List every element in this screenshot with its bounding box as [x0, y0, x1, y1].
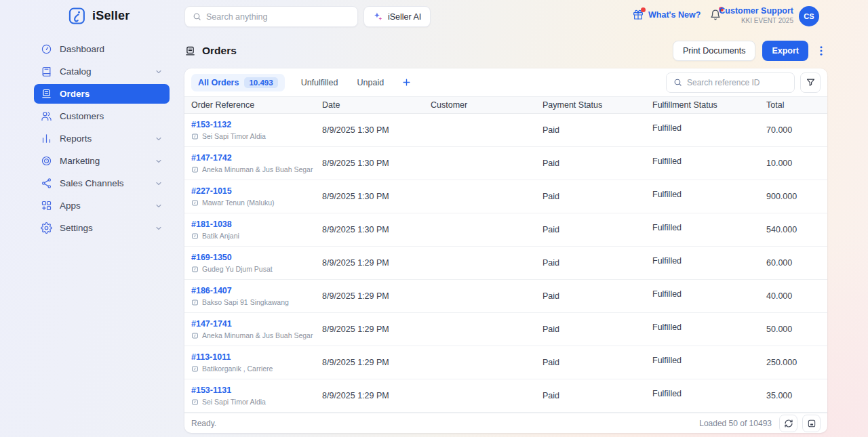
status-text: Ready. [191, 419, 216, 428]
order-reference-link[interactable]: #169-1350 [191, 253, 232, 262]
add-tab-button[interactable] [401, 77, 412, 87]
table-row[interactable]: #113-1011Batikorganik , Carriere8/9/2025… [184, 346, 827, 379]
customers-icon [41, 110, 52, 122]
reference-search-input[interactable] [687, 78, 787, 87]
orders-card: All Orders10.493UnfulfilledUnpaid Order … [184, 68, 827, 433]
order-source-label: Aneka Minuman & Jus Buah Segar [202, 331, 313, 339]
order-reference-cell: #186-1407Bakso Sapi 91 Singkawang [191, 286, 322, 306]
order-source-label: Batik Anjani [202, 232, 239, 240]
tab-count-badge: 10.493 [244, 77, 277, 88]
iseller-logo[interactable]: iSeller [68, 7, 130, 25]
sidebar-item-dashboard[interactable]: Dashboard [34, 39, 170, 59]
sidebar-item-label: Orders [60, 89, 90, 99]
order-reference-cell: #113-1011Batikorganik , Carriere [191, 352, 322, 373]
export-button[interactable]: Export [762, 41, 808, 61]
sidebar-item-catalog[interactable]: Catalog [34, 62, 170, 81]
order-reference-link[interactable]: #186-1407 [191, 286, 232, 295]
table-header: Order ReferenceDateCustomerPayment Statu… [184, 96, 827, 114]
payment-status-cell: Paid [542, 225, 652, 234]
settings-icon [41, 222, 52, 234]
chevron-down-icon [155, 68, 163, 76]
print-documents-button[interactable]: Print Documents [673, 41, 755, 61]
table-row[interactable]: #181-1038Batik Anjani8/9/2025 1:30 PMPai… [184, 213, 827, 247]
order-source: Sei Sapi Timor Aldia [191, 132, 322, 140]
column-header-date: Date [322, 100, 431, 110]
sidebar-item-apps[interactable]: Apps [34, 196, 170, 215]
tab-label: All Orders [198, 78, 239, 87]
order-reference-link[interactable]: #147-1741 [191, 319, 232, 329]
top-bar: iSeller iSeller AI What's New? Customer … [0, 0, 868, 33]
fulfillment-cell: Fulfilled [652, 322, 766, 332]
global-search-input[interactable] [206, 12, 350, 22]
table-row[interactable]: #147-1741Aneka Minuman & Jus Buah Segar8… [184, 313, 827, 346]
table-row[interactable]: #186-1407Bakso Sapi 91 Singkawang8/9/202… [184, 280, 827, 313]
order-source-label: Aneka Minuman & Jus Buah Segar [202, 165, 313, 173]
dashboard-icon [41, 43, 52, 55]
order-reference-cell: #153-1131Sei Sapi Timor Aldia [191, 386, 322, 406]
channel-icon [191, 299, 199, 306]
sidebar-item-marketing[interactable]: Marketing [34, 151, 170, 171]
filter-funnel-icon [806, 77, 816, 87]
order-reference-cell: #147-1742Aneka Minuman & Jus Buah Segar [191, 153, 322, 173]
account-name: Customer Support [719, 6, 793, 16]
column-header-total: Total [766, 100, 821, 110]
order-reference-link[interactable]: #181-1038 [191, 220, 232, 229]
sidebar-item-settings[interactable]: Settings [34, 218, 170, 238]
global-search [184, 6, 358, 27]
chevron-down-icon [155, 135, 163, 143]
tab-unpaid[interactable]: Unpaid [355, 75, 387, 91]
payment-status-cell: Paid [542, 325, 652, 334]
order-reference-link[interactable]: #153-1132 [191, 120, 231, 129]
order-tabs: All Orders10.493UnfulfilledUnpaid [191, 74, 412, 91]
page-header: Orders Print Documents Export [184, 38, 827, 64]
more-options-kebab-icon[interactable] [815, 43, 827, 58]
order-source: Sei Sapi Timor Aldia [191, 398, 322, 406]
channel-icon [191, 266, 199, 273]
tab-label: Unpaid [357, 78, 384, 87]
order-reference-link[interactable]: #227-1015 [191, 186, 232, 196]
total-cell: 50.000 [766, 325, 821, 334]
account-menu[interactable]: Customer Support KKI EVENT 2025 [719, 6, 793, 24]
channel-icon [191, 332, 199, 339]
order-reference-cell: #227-1015Mawar Tenun (Maluku) [191, 186, 322, 207]
save-view-button[interactable] [802, 415, 821, 432]
whats-new-button[interactable]: What's New? [633, 9, 701, 20]
table-row[interactable]: #169-1350Gudeg Yu Djum Pusat8/9/2025 1:2… [184, 247, 827, 280]
total-cell: 40.000 [766, 291, 821, 301]
order-reference-link[interactable]: #113-1011 [191, 352, 231, 362]
channel-icon [191, 365, 199, 373]
date-cell: 8/9/2025 1:29 PM [322, 391, 431, 400]
sidebar-item-label: Catalog [60, 66, 92, 77]
date-cell: 8/9/2025 1:29 PM [322, 358, 431, 367]
avatar[interactable]: CS [799, 6, 819, 26]
table-body: #153-1132Sei Sapi Timor Aldia8/9/2025 1:… [184, 114, 827, 413]
status-bar: Ready. Loaded 50 of 10493 [184, 413, 827, 433]
sidebar-item-sales-channels[interactable]: Sales Channels [34, 173, 170, 193]
table-row[interactable]: #153-1131Sei Sapi Timor Aldia8/9/2025 1:… [184, 379, 827, 413]
sidebar-item-label: Settings [60, 223, 93, 233]
marketing-icon [41, 155, 52, 167]
payment-status-cell: Paid [542, 159, 652, 168]
order-source-label: Gudeg Yu Djum Pusat [202, 265, 273, 273]
iseller-ai-button[interactable]: iSeller AI [363, 6, 431, 27]
fulfillment-cell: Fulfilled [652, 190, 766, 199]
sidebar-item-orders[interactable]: Orders [34, 84, 170, 104]
gift-icon [633, 9, 644, 20]
table-row[interactable]: #227-1015Mawar Tenun (Maluku)8/9/2025 1:… [184, 180, 827, 213]
table-row[interactable]: #153-1132Sei Sapi Timor Aldia8/9/2025 1:… [184, 114, 827, 147]
tab-all-orders[interactable]: All Orders10.493 [191, 74, 285, 91]
table-row[interactable]: #147-1742Aneka Minuman & Jus Buah Segar8… [184, 147, 827, 180]
filter-button[interactable] [800, 72, 821, 93]
date-cell: 8/9/2025 1:29 PM [322, 258, 431, 268]
tab-unfulfilled[interactable]: Unfulfilled [298, 75, 341, 91]
channel-icon [191, 232, 199, 240]
date-cell: 8/9/2025 1:30 PM [322, 159, 431, 168]
order-source: Batikorganik , Carriere [191, 365, 322, 373]
order-reference-link[interactable]: #153-1131 [191, 386, 231, 395]
sidebar-item-customers[interactable]: Customers [34, 106, 170, 126]
page-title-wrap: Orders [184, 45, 237, 57]
sidebar-item-reports[interactable]: Reports [34, 129, 170, 148]
total-cell: 60.000 [766, 258, 821, 268]
order-reference-link[interactable]: #147-1742 [191, 153, 232, 163]
refresh-button[interactable] [779, 415, 797, 432]
